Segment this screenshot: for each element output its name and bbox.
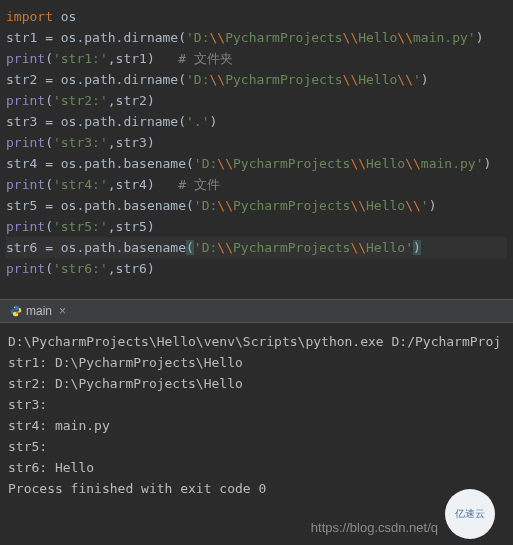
watermark-text: https://blog.csdn.net/q: [311, 520, 438, 535]
code-line[interactable]: import os: [6, 6, 507, 27]
code-line[interactable]: print('str5:',str5): [6, 216, 507, 237]
code-line[interactable]: print('str6:',str6): [6, 258, 507, 279]
code-line[interactable]: str2 = os.path.dirname('D:\\PycharmProje…: [6, 69, 507, 90]
close-icon[interactable]: ×: [56, 304, 66, 318]
code-line[interactable]: str1 = os.path.dirname('D:\\PycharmProje…: [6, 27, 507, 48]
console-line: str1: D:\PycharmProjects\Hello: [8, 352, 505, 373]
code-line[interactable]: str4 = os.path.basename('D:\\PycharmProj…: [6, 153, 507, 174]
keyword: import: [6, 9, 61, 24]
python-icon: [10, 305, 22, 317]
code-line[interactable]: print('str4:',str4) # 文件: [6, 174, 507, 195]
code-line[interactable]: print('str2:',str2): [6, 90, 507, 111]
code-line[interactable]: str3 = os.path.dirname('.'): [6, 111, 507, 132]
bracket-match: (: [186, 240, 194, 255]
console-output[interactable]: D:\PycharmProjects\Hello\venv\Scripts\py…: [0, 323, 513, 507]
console-line: str3:: [8, 394, 505, 415]
svg-point-0: [14, 307, 15, 308]
module-name: os: [61, 9, 77, 24]
tab-label: main: [26, 304, 52, 318]
tab-main[interactable]: main ×: [4, 302, 72, 320]
console-line: str6: Hello: [8, 457, 505, 478]
code-line[interactable]: str6 = os.path.basename('D:\\PycharmProj…: [6, 237, 507, 258]
console-line: str5:: [8, 436, 505, 457]
code-line[interactable]: print('str1:',str1) # 文件夹: [6, 48, 507, 69]
console-line: Process finished with exit code 0: [8, 478, 505, 499]
code-editor[interactable]: import os str1 = os.path.dirname('D:\\Py…: [0, 0, 513, 299]
console-tabbar: main ×: [0, 299, 513, 323]
bracket-match: ): [413, 240, 421, 255]
console-line: str4: main.py: [8, 415, 505, 436]
code-line[interactable]: print('str3:',str3): [6, 132, 507, 153]
logo-badge: 亿速云: [445, 489, 495, 539]
comment: # 文件夹: [178, 51, 233, 66]
logo-text: 亿速云: [455, 507, 485, 521]
code-line[interactable]: str5 = os.path.basename('D:\\PycharmProj…: [6, 195, 507, 216]
console-line: str2: D:\PycharmProjects\Hello: [8, 373, 505, 394]
svg-point-1: [17, 314, 18, 315]
console-line: D:\PycharmProjects\Hello\venv\Scripts\py…: [8, 331, 505, 352]
